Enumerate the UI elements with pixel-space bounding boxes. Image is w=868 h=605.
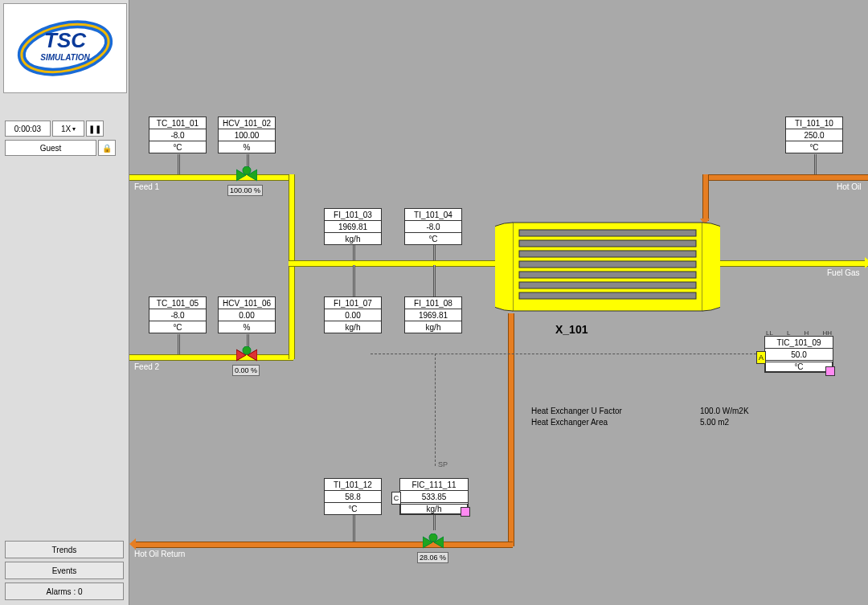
speed-select[interactable]: 1X ▾ (52, 121, 84, 137)
svg-point-14 (243, 166, 251, 174)
valve-hcv-101-06[interactable] (236, 346, 257, 364)
label-feed1: Feed 1 (134, 182, 159, 191)
tag-FI_101_03[interactable]: FI_101_031969.81kg/h (324, 209, 382, 245)
dash-tic (371, 354, 764, 354)
user-lock-button[interactable]: 🔒 (98, 140, 116, 156)
svg-point-20 (429, 533, 437, 542)
tag-TIC_101_09[interactable]: LL L H HH TIC_101_09 50.0 °C (764, 329, 833, 373)
info-a-label: Heat Exchanger Area (531, 418, 608, 427)
line-feed2-up (289, 263, 295, 359)
info-u-label: Heat Exchanger U Factor (531, 407, 622, 415)
user-field[interactable]: Guest (5, 140, 96, 156)
line-hotoil-ret-v (508, 313, 514, 546)
dash-sp (435, 354, 436, 466)
info-a-val: 5.00 m2 (700, 418, 764, 427)
sim-time: 0:00:03 (5, 121, 51, 137)
fic-mode-C[interactable]: C (391, 492, 401, 505)
sidebar: TSC SIMULATION 0:00:03 1X ▾ ❚❚ Guest 🔒 T… (0, 0, 129, 605)
pause-button[interactable]: ❚❚ (86, 121, 104, 137)
tag-TC_101_05[interactable]: TC_101_05-8.0°C (149, 297, 207, 333)
trends-button[interactable]: Trends (5, 541, 124, 558)
svg-rect-9 (519, 272, 696, 278)
valve1-value: 100.00 % (227, 185, 263, 196)
line-feed2 (129, 354, 293, 361)
logo: TSC SIMULATION (3, 3, 127, 93)
valve2-value: 0.00 % (232, 365, 260, 376)
label-hotoil: Hot Oil (837, 182, 862, 191)
events-button[interactable]: Events (5, 562, 124, 579)
process-canvas: X_101 SP TC_101_01-8.0°C HCV_101_02100.0… (129, 0, 868, 605)
tag-HCV_101_02[interactable]: HCV_101_02100.00% (218, 117, 276, 153)
tag-TI_101_04[interactable]: TI_101_04-8.0°C (404, 209, 462, 245)
heat-exchanger[interactable] (495, 219, 720, 315)
tag-TI_101_12[interactable]: TI_101_1258.8°C (324, 479, 382, 515)
svg-text:TSC: TSC (44, 28, 87, 52)
label-fuelgas: Fuel Gas (827, 268, 860, 277)
tic-pill (825, 366, 835, 376)
arrow-hotret (129, 538, 136, 550)
svg-rect-6 (519, 240, 696, 247)
alarms-button[interactable]: Alarms : 0 (5, 583, 124, 600)
tag-FIC_111_11[interactable]: FIC_111_11 533.85 kg/h (399, 479, 469, 515)
svg-text:SIMULATION: SIMULATION (40, 53, 90, 62)
line-to-hx (289, 260, 499, 267)
label-feed2: Feed 2 (134, 362, 159, 371)
tag-FI_101_07[interactable]: FI_101_070.00kg/h (324, 297, 382, 333)
svg-rect-5 (519, 230, 696, 236)
line-feed1-down (289, 174, 295, 263)
svg-rect-7 (519, 251, 696, 257)
tag-HCV_101_06[interactable]: HCV_101_060.00% (218, 297, 276, 333)
line-hotoil-down (702, 174, 709, 221)
hx-label: X_101 (555, 323, 588, 336)
info-u-val: 100.0 W/m2K (700, 407, 764, 415)
sp-label: SP (438, 460, 448, 468)
tag-TI_101_10[interactable]: TI_101_10250.0°C (785, 117, 843, 153)
valve3-value: 28.06 % (417, 552, 448, 563)
label-hotret: Hot Oil Return (134, 550, 185, 558)
line-hotoil-ret-h (134, 542, 513, 548)
line-fuelgas (715, 260, 868, 267)
line-hotoil-top (702, 174, 868, 181)
fic-pill (461, 507, 470, 517)
svg-point-17 (243, 346, 251, 354)
tic-mode-A[interactable]: A (756, 351, 766, 364)
valve-hcv-101-02[interactable] (236, 166, 257, 184)
valve-fic-111-11[interactable] (423, 533, 444, 551)
svg-rect-10 (519, 282, 696, 288)
svg-rect-8 (519, 261, 696, 268)
tag-FI_101_08[interactable]: FI_101_081969.81kg/h (404, 297, 462, 333)
arrow-fuelgas (865, 257, 868, 268)
svg-rect-11 (519, 292, 696, 299)
tag-TC_101_01[interactable]: TC_101_01-8.0°C (149, 117, 207, 153)
line-feed1 (129, 174, 293, 181)
